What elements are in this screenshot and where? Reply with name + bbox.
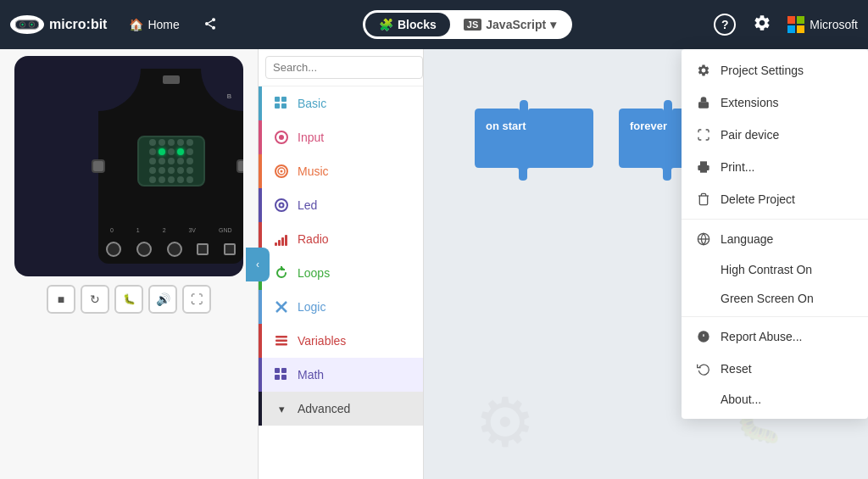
svg-rect-12 <box>275 103 280 109</box>
app-name: micro:bit <box>49 17 107 32</box>
svg-point-18 <box>281 170 283 173</box>
fullscreen-button[interactable]: ⛶ <box>182 285 211 314</box>
led-2-0 <box>149 158 156 164</box>
toolbox-item-advanced[interactable]: ▾ Advanced <box>259 392 423 426</box>
menu-item-print[interactable]: Print... <box>682 151 868 183</box>
toolbox-item-led[interactable]: Led <box>259 188 423 222</box>
settings-button[interactable] <box>747 9 777 40</box>
collapse-simulator-button[interactable]: ‹ <box>246 248 270 281</box>
led-3-1 <box>159 167 165 174</box>
loops-label: Loops <box>298 266 330 280</box>
home-label: Home <box>147 18 179 31</box>
extensions-label: Extensions <box>721 96 778 109</box>
led-4-3 <box>177 176 184 183</box>
toolbox-items-list: Basic Input Music Led <box>259 86 423 479</box>
menu-item-delete-project[interactable]: Delete Project <box>682 183 868 215</box>
help-icon: ? <box>714 14 736 36</box>
svg-point-7 <box>212 25 215 29</box>
led-4-1 <box>159 176 165 183</box>
toolbox-item-loops[interactable]: Loops <box>259 256 423 290</box>
high-contrast-label: High Contrast On <box>721 263 812 276</box>
language-label: Language <box>721 232 773 246</box>
mode-toggle: 🧩 Blocks JS JavaScript ▾ <box>363 10 572 39</box>
delete-project-label: Delete Project <box>721 192 795 206</box>
chevron-left-icon: ‹ <box>256 259 259 270</box>
math-icon <box>272 365 291 384</box>
logic-label: Logic <box>298 300 326 314</box>
menu-item-green-screen[interactable]: Green Screen On <box>682 284 868 313</box>
mb-led-display <box>137 136 205 187</box>
svg-point-3 <box>21 24 23 25</box>
svg-line-8 <box>209 25 213 27</box>
debug-button[interactable]: 🐛 <box>114 285 143 314</box>
svg-rect-37 <box>698 102 709 108</box>
home-button[interactable]: 🏠 Home <box>120 13 187 36</box>
topnav: micro:bit 🏠 Home 🧩 Blocks JS JavaScript … <box>0 0 868 49</box>
share-button[interactable] <box>195 12 225 38</box>
led-4-0 <box>149 176 156 183</box>
svg-rect-10 <box>275 97 280 102</box>
search-input[interactable] <box>265 56 423 79</box>
svg-point-5 <box>212 18 215 21</box>
simulator-panel: B 0 1 2 3V GND <box>0 49 259 479</box>
block-on-start[interactable]: on start <box>470 96 598 192</box>
led-0-2 <box>168 139 175 146</box>
math-label: Math <box>298 368 324 382</box>
basic-label: Basic <box>298 97 326 110</box>
dropdown-arrow-icon: ▾ <box>550 18 556 31</box>
stop-button[interactable]: ■ <box>47 285 75 314</box>
toolbox-item-radio[interactable]: Radio <box>259 222 423 256</box>
radio-label: Radio <box>298 232 329 246</box>
led-2-4 <box>186 158 193 164</box>
toolbox-item-math[interactable]: Math <box>259 358 423 392</box>
menu-item-about[interactable]: About... <box>682 385 868 414</box>
toolbox-item-logic[interactable]: Logic <box>259 290 423 324</box>
menu-item-high-contrast[interactable]: High Contrast On <box>682 255 868 284</box>
microbit-display: B 0 1 2 3V GND <box>14 56 243 276</box>
mb-button-b[interactable] <box>236 159 243 173</box>
mb-pin-3v <box>197 243 209 255</box>
menu-divider-1 <box>682 219 868 220</box>
toolbox-item-input[interactable]: Input <box>259 120 423 154</box>
menu-item-reset[interactable]: Reset <box>682 353 868 385</box>
mb-pin-2 <box>167 242 182 257</box>
svg-point-21 <box>281 204 283 207</box>
mb-pin-gnd <box>224 243 236 255</box>
mb-pin-1 <box>136 242 152 257</box>
project-settings-icon <box>695 62 712 79</box>
teal-corner-tr <box>51 145 81 187</box>
logic-icon <box>272 298 291 316</box>
toolbox-item-basic[interactable]: Basic <box>259 86 423 120</box>
blocks-label: Blocks <box>398 18 437 31</box>
mb-label-b: B <box>227 92 231 100</box>
basic-icon <box>272 94 291 113</box>
delete-project-icon <box>695 191 712 208</box>
help-button[interactable]: ? <box>709 9 740 40</box>
menu-item-report-abuse[interactable]: Report Abuse... <box>682 320 868 353</box>
svg-rect-32 <box>281 368 287 373</box>
svg-line-9 <box>209 20 213 23</box>
menu-item-language[interactable]: Language <box>682 223 868 255</box>
sound-button[interactable]: 🔊 <box>148 285 177 314</box>
javascript-mode-button[interactable]: JS JavaScript ▾ <box>450 13 570 36</box>
led-1-1 <box>159 148 165 155</box>
restart-button[interactable]: ↻ <box>81 285 109 314</box>
reset-label: Reset <box>721 362 752 376</box>
toolbox-item-music[interactable]: Music <box>259 154 423 188</box>
microsoft-grid-icon <box>787 16 804 33</box>
menu-item-extensions[interactable]: Extensions <box>682 86 868 119</box>
loops-icon <box>272 264 291 282</box>
music-label: Music <box>298 164 329 178</box>
settings-dropdown-menu: Project Settings Extensions Pair device … <box>682 49 868 419</box>
menu-item-pair-device[interactable]: Pair device <box>682 119 868 151</box>
svg-rect-0 <box>15 20 39 30</box>
toolbox-item-variables[interactable]: Variables <box>259 324 423 358</box>
mb-button-a[interactable] <box>92 159 105 173</box>
blocks-mode-button[interactable]: 🧩 Blocks <box>365 13 450 36</box>
music-icon <box>272 162 291 181</box>
variables-label: Variables <box>298 334 346 348</box>
search-box: 🔍 <box>259 49 423 86</box>
advanced-label: Advanced <box>298 402 350 415</box>
mb-usb-connector <box>163 75 180 84</box>
menu-item-project-settings[interactable]: Project Settings <box>682 54 868 86</box>
